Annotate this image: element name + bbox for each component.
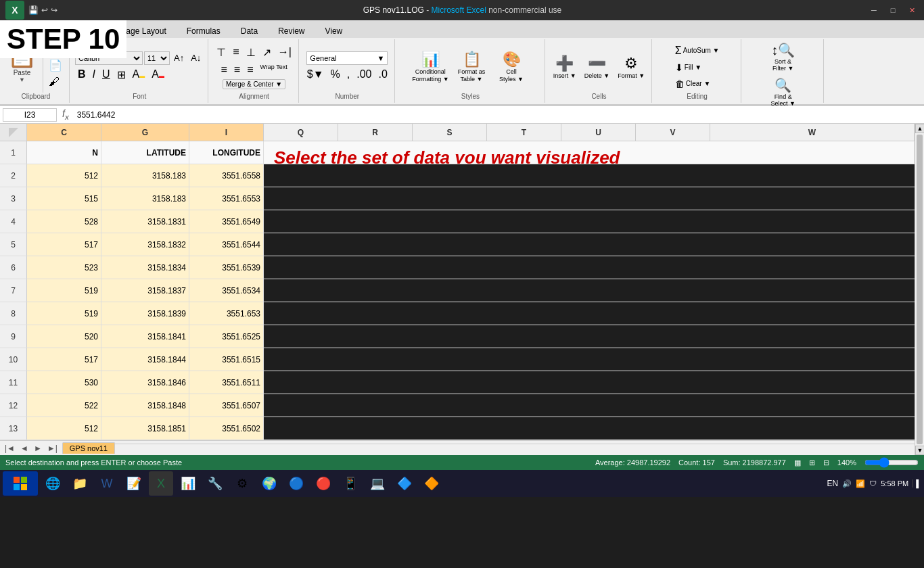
cell-styles-button[interactable]: 🎨 CellStyles ▼	[493, 49, 530, 85]
fill-color-button[interactable]: A▬	[130, 67, 148, 82]
undo-icon[interactable]: ↩	[41, 5, 48, 15]
cell-c12[interactable]: 522	[27, 394, 101, 417]
cell-c2[interactable]: 512	[27, 164, 101, 187]
cell-c1[interactable]: N	[27, 141, 101, 164]
bold-button[interactable]: B	[75, 67, 89, 82]
taskbar-notepad-button[interactable]: 📝	[122, 471, 146, 496]
align-center-button[interactable]: ≡	[231, 62, 243, 77]
select-all-icon[interactable]	[9, 128, 18, 137]
taskbar-app7-button[interactable]: 📱	[338, 471, 363, 496]
cell-i7[interactable]: 3551.6534	[189, 279, 264, 302]
view-pagebreak-button[interactable]: ⊟	[823, 458, 829, 467]
cell-i1[interactable]: LONGITUDE	[189, 141, 264, 164]
taskbar-excel-button[interactable]: X	[149, 471, 173, 496]
taskbar-app9-button[interactable]: 🔷	[392, 471, 417, 496]
cell-g5[interactable]: 3158.1832	[101, 233, 189, 256]
zoom-slider[interactable]	[864, 457, 919, 468]
comma-button[interactable]: ,	[344, 67, 352, 82]
horizontal-scrollbar[interactable]	[115, 444, 915, 453]
insert-button[interactable]: ➕ Insert ▼	[551, 53, 579, 80]
cell-c8[interactable]: 519	[27, 302, 101, 325]
cell-g2[interactable]: 3158.183	[101, 164, 189, 187]
format-as-table-button[interactable]: 📋 Format asTable ▼	[453, 49, 490, 85]
col-header-r[interactable]: R	[338, 124, 413, 141]
number-format-select[interactable]: General ▼	[306, 51, 388, 65]
cell-g10[interactable]: 3158.1844	[101, 348, 189, 371]
volume-icon[interactable]: 🔊	[842, 479, 852, 488]
show-desktop-button[interactable]: ▌	[913, 479, 921, 488]
clear-button[interactable]: 🗑 Clear ▼	[672, 76, 714, 91]
decrease-font-button[interactable]: A↓	[188, 51, 204, 64]
cell-c11[interactable]: 530	[27, 371, 101, 394]
view-layout-button[interactable]: ⊞	[809, 458, 815, 467]
cell-g9[interactable]: 3158.1841	[101, 325, 189, 348]
cell-c4[interactable]: 528	[27, 210, 101, 233]
col-header-c[interactable]: C	[27, 124, 101, 141]
font-color-button[interactable]: A▬	[149, 67, 167, 82]
indent-increase-button[interactable]: →|	[275, 45, 294, 60]
sort-filter-button[interactable]: ↕🔍 Sort &Filter ▼	[768, 41, 798, 73]
col-header-t[interactable]: T	[487, 124, 561, 141]
antivirus-icon[interactable]: 🛡	[869, 479, 877, 488]
cell-i12[interactable]: 3551.6507	[189, 394, 264, 417]
font-size-select[interactable]: 11	[144, 51, 170, 65]
taskbar-app6-button[interactable]: 🔴	[311, 471, 336, 496]
sheet-nav-last[interactable]: ►|	[45, 444, 60, 453]
col-header-s[interactable]: S	[413, 124, 487, 141]
align-right-button[interactable]: ≡	[244, 62, 256, 77]
taskbar-word-button[interactable]: W	[95, 471, 119, 496]
cell-i10[interactable]: 3551.6515	[189, 348, 264, 371]
taskbar-ie-button[interactable]: 🌐	[41, 471, 65, 496]
sheet-nav-prev[interactable]: ◄	[18, 444, 30, 453]
align-top-button[interactable]: ⊤	[214, 45, 229, 60]
save-icon[interactable]: 💾	[28, 5, 39, 15]
cell-c9[interactable]: 520	[27, 325, 101, 348]
cell-c6[interactable]: 523	[27, 256, 101, 279]
cell-c13[interactable]: 512	[27, 417, 101, 440]
network-icon[interactable]: 📶	[856, 479, 865, 488]
taskbar-app10-button[interactable]: 🔶	[419, 471, 444, 496]
col-header-v[interactable]: V	[636, 124, 710, 141]
cell-i11[interactable]: 3551.6511	[189, 371, 264, 394]
col-header-q[interactable]: Q	[264, 124, 338, 141]
cell-g13[interactable]: 3158.1851	[101, 417, 189, 440]
col-header-i[interactable]: I	[189, 124, 264, 141]
col-header-u[interactable]: U	[561, 124, 636, 141]
col-header-g[interactable]: G	[101, 124, 189, 141]
increase-font-button[interactable]: A↑	[171, 51, 187, 64]
wrap-text-button[interactable]: Wrap Text	[258, 62, 290, 77]
start-button[interactable]	[3, 471, 38, 496]
close-button[interactable]: ✕	[905, 3, 919, 17]
taskbar-folder-button[interactable]: 📁	[68, 471, 92, 496]
copy-button[interactable]: 📄	[46, 57, 65, 73]
format-button[interactable]: ⚙ Format ▼	[615, 53, 647, 80]
taskbar-app4-button[interactable]: 🌍	[257, 471, 281, 496]
cell-i9[interactable]: 3551.6525	[189, 325, 264, 348]
minimize-button[interactable]: ─	[867, 3, 881, 17]
cell-c5[interactable]: 517	[27, 233, 101, 256]
paste-dropdown-arrow[interactable]: ▼	[19, 76, 25, 83]
find-select-button[interactable]: 🔍 Find &Select ▼	[768, 76, 798, 108]
orientation-button[interactable]: ↗	[260, 45, 274, 60]
underline-button[interactable]: U	[99, 67, 113, 82]
align-bottom-button[interactable]: ⊥	[244, 45, 258, 60]
formula-input[interactable]	[74, 109, 921, 121]
taskbar-app2-button[interactable]: 🔧	[203, 471, 227, 496]
taskbar-app3-button[interactable]: ⚙	[230, 471, 254, 496]
currency-button[interactable]: $▼	[304, 67, 327, 82]
merge-center-button[interactable]: Merge & Center ▼	[223, 79, 285, 89]
clock[interactable]: 5:58 PM	[881, 479, 908, 488]
redo-icon[interactable]: ↪	[51, 5, 57, 15]
tab-view[interactable]: View	[315, 23, 352, 38]
cell-i6[interactable]: 3551.6539	[189, 256, 264, 279]
delete-button[interactable]: ➖ Delete ▼	[582, 53, 612, 80]
vertical-scrollbar[interactable]: ▲ ▼	[915, 124, 924, 455]
taskbar-app8-button[interactable]: 💻	[365, 471, 390, 496]
format-painter-button[interactable]: 🖌	[46, 74, 65, 89]
cell-i13[interactable]: 3551.6502	[189, 417, 264, 440]
cell-i8[interactable]: 3551.653	[189, 302, 264, 325]
sheet-tab-gps-nov11[interactable]: GPS nov11	[62, 442, 115, 454]
cell-g1[interactable]: LATITUDE	[101, 141, 189, 164]
cell-g7[interactable]: 3158.1837	[101, 279, 189, 302]
scroll-down-button[interactable]: ▼	[915, 446, 924, 455]
